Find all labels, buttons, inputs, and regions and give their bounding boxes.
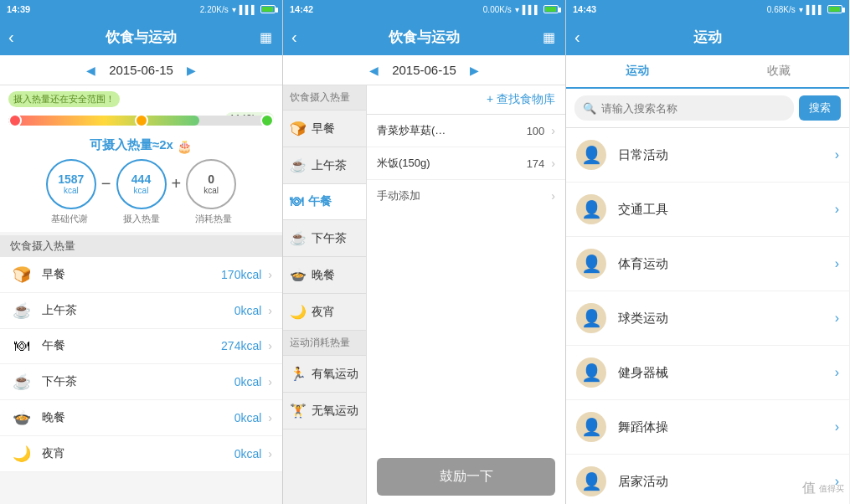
exercise-row[interactable]: 👤 日常活动 › xyxy=(566,128,849,183)
meal-row[interactable]: 🍽 午餐 274kcal › xyxy=(0,329,282,364)
manual-add-row[interactable]: 手动添加 › xyxy=(367,180,565,212)
intake-val: 444 xyxy=(131,172,151,186)
panel2-layout: 饮食摄入热量 🍞早餐☕上午茶🍽午餐☕下午茶🍲晚餐🌙夜宵运动消耗热量🏃有氧运动🏋无… xyxy=(283,85,565,504)
sidebar-label: 无氧运动 xyxy=(312,404,358,419)
meal-name: 晚餐 xyxy=(42,410,234,425)
food-item-row[interactable]: 青菜炒草菇(… 100 › xyxy=(367,115,565,147)
sidebar-item-有氧运动[interactable]: 🏃有氧运动 xyxy=(283,356,366,393)
exercise-chevron: › xyxy=(835,202,839,217)
exercise-tabs: 运动 收藏 xyxy=(566,55,849,89)
exercise-name: 舞蹈体操 xyxy=(618,419,835,435)
base-unit: kcal xyxy=(64,186,79,195)
meal-icon: 🍲 xyxy=(10,409,33,427)
consumed-label: 消耗热量 xyxy=(186,213,241,225)
meal-row[interactable]: 🍞 早餐 170kcal › xyxy=(0,257,282,293)
meal-name: 午餐 xyxy=(42,338,221,353)
meal-chevron: › xyxy=(268,339,272,352)
panel-diet-overview: 14:39 2.20K/s ▾ ▌▌▌ ‹ 饮食与运动 ▦ ◀ 2015-06-… xyxy=(0,0,283,504)
app-header-1: ‹ 饮食与运动 ▦ xyxy=(0,18,282,55)
sidebar-item-午餐[interactable]: 🍽午餐 xyxy=(283,184,366,220)
panel2-toolbar: + 查找食物库 xyxy=(367,85,565,115)
sidebar-item-早餐[interactable]: 🍞早餐 xyxy=(283,111,366,147)
exercise-row[interactable]: 👤 体育运动 › xyxy=(566,237,849,291)
meal-row[interactable]: 🍲 晚餐 0kcal › xyxy=(0,400,282,436)
prev-date-1[interactable]: ◀ xyxy=(86,64,95,77)
next-date-1[interactable]: ▶ xyxy=(187,64,196,77)
meal-chevron: › xyxy=(268,447,272,460)
status-bar-3: 14:43 0.68K/s ▾ ▌▌▌ xyxy=(566,0,849,18)
minus-op: − xyxy=(101,174,111,193)
exercise-row[interactable]: 👤 健身器械 › xyxy=(566,346,849,400)
sidebar-icon: 🍞 xyxy=(290,121,307,136)
food-section-header: 饮食摄入热量 xyxy=(0,235,282,257)
date-display-1: 2015-06-15 xyxy=(109,63,173,77)
sidebar-icon: ☕ xyxy=(290,230,307,246)
meal-icon: 🍞 xyxy=(10,265,33,284)
exercise-row[interactable]: 👤 交通工具 › xyxy=(566,183,849,237)
sidebar-item-上午茶[interactable]: ☕上午茶 xyxy=(283,147,366,184)
sidebar-item-无氧运动[interactable]: 🏋无氧运动 xyxy=(283,393,366,429)
sidebar-icon: 🌙 xyxy=(290,304,307,320)
exercise-row[interactable]: 👤 居家活动 › xyxy=(566,455,849,504)
signal-icon-2: ▌▌▌ xyxy=(523,5,540,14)
panel1-content: 摄入热量还在安全范围！ 1143kcal 可摄入热量≈2x🎂 1587 kcal xyxy=(0,85,282,504)
search-input[interactable] xyxy=(601,102,786,115)
base-metabolism-circle: 1587 kcal xyxy=(46,159,96,209)
back-button-1[interactable]: ‹ xyxy=(8,28,14,47)
meal-row[interactable]: 🌙 夜宵 0kcal › xyxy=(0,436,282,472)
sidebar-icon: ☕ xyxy=(290,157,307,173)
meal-cal: 0kcal xyxy=(234,447,262,460)
back-button-2[interactable]: ‹ xyxy=(291,28,297,47)
next-date-2[interactable]: ▶ xyxy=(470,64,479,77)
exercise-avatar: 👤 xyxy=(576,303,606,333)
panel2-footer: 鼓励一下 xyxy=(367,450,565,504)
sidebar-label: 午餐 xyxy=(308,194,332,209)
meal-name: 下午茶 xyxy=(42,374,234,389)
exercise-name: 日常活动 xyxy=(618,147,835,163)
food-chevron: › xyxy=(551,157,555,170)
tab-exercise[interactable]: 运动 xyxy=(566,55,708,89)
calendar-button-2[interactable]: ▦ xyxy=(543,29,555,45)
search-button[interactable]: 搜索 xyxy=(799,95,841,121)
meal-icon: 🌙 xyxy=(10,445,33,463)
food-item-row[interactable]: 米饭(150g) 174 › xyxy=(367,147,565,180)
date-nav-2: ◀ 2015-06-15 ▶ xyxy=(283,55,565,85)
exercise-chevron: › xyxy=(835,419,839,435)
exercise-row[interactable]: 👤 舞蹈体操 › xyxy=(566,400,849,455)
search-bar: 🔍 搜索 xyxy=(566,89,849,128)
speed-3: 0.68K/s xyxy=(767,5,796,14)
meal-row[interactable]: ☕ 下午茶 0kcal › xyxy=(0,364,282,400)
sidebar-item-夜宵[interactable]: 🌙夜宵 xyxy=(283,294,366,331)
tab-favorites[interactable]: 收藏 xyxy=(708,55,849,87)
status-bar-1: 14:39 2.20K/s ▾ ▌▌▌ xyxy=(0,0,282,18)
cal-labels: 基础代谢 摄入热量 消耗热量 xyxy=(8,213,274,225)
wifi-icon-3: ▾ xyxy=(799,5,803,14)
exercise-name: 体育运动 xyxy=(618,256,835,272)
calendar-button-1[interactable]: ▦ xyxy=(260,29,272,45)
progress-container: 1143kcal xyxy=(8,116,274,132)
encourage-button[interactable]: 鼓励一下 xyxy=(377,458,555,496)
sidebar-label: 早餐 xyxy=(312,121,335,136)
exercise-row[interactable]: 👤 球类运动 › xyxy=(566,291,849,346)
app-title-2: 饮食与运动 xyxy=(389,28,460,47)
sidebar-item-下午茶[interactable]: ☕下午茶 xyxy=(283,220,366,257)
back-button-3[interactable]: ‹ xyxy=(574,28,580,47)
exercise-avatar: 👤 xyxy=(576,357,606,388)
prev-date-2[interactable]: ◀ xyxy=(369,64,379,77)
sidebar-item-晚餐[interactable]: 🍲晚餐 xyxy=(283,257,366,294)
wifi-icon-2: ▾ xyxy=(515,5,519,14)
panel2-main: + 查找食物库 青菜炒草菇(… 100 › 米饭(150g) 174 › 手动添… xyxy=(367,85,565,504)
meal-cal: 274kcal xyxy=(221,339,261,352)
exercise-list: 👤 日常活动 › 👤 交通工具 › 👤 体育运动 › 👤 球类运动 › 👤 健身… xyxy=(566,128,849,504)
meal-row[interactable]: ☕ 上午茶 0kcal › xyxy=(0,293,282,329)
app-header-2: ‹ 饮食与运动 ▦ xyxy=(283,18,565,55)
sidebar-label: 有氧运动 xyxy=(312,367,358,382)
exercise-name: 交通工具 xyxy=(618,202,835,218)
meal-icon: 🍽 xyxy=(10,337,33,355)
exercise-avatar: 👤 xyxy=(576,466,606,496)
progress-track xyxy=(8,116,274,126)
meal-chevron: › xyxy=(268,304,272,317)
find-food-button[interactable]: + 查找食物库 xyxy=(487,92,555,107)
date-display-2: 2015-06-15 xyxy=(392,63,456,77)
exercise-name: 球类运动 xyxy=(618,311,835,327)
